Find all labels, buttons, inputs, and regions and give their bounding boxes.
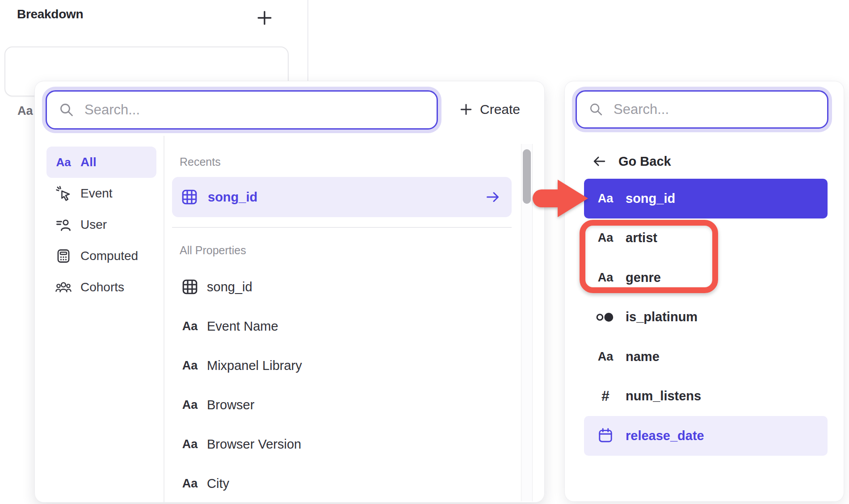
detail-property-label: is_platinum [626, 310, 698, 324]
detail-property-label: num_listens [626, 389, 701, 403]
property-label: Event Name [207, 319, 278, 334]
text-type-icon: Aa [181, 475, 199, 492]
recent-property-song-id[interactable]: song_id [172, 177, 512, 217]
sidebar-item-cohorts[interactable]: Cohorts [46, 272, 156, 303]
text-type-icon: Aa [595, 189, 616, 207]
search-icon [588, 102, 604, 117]
create-property-button[interactable]: Create [459, 94, 520, 125]
go-back-label: Go Back [618, 154, 671, 169]
property-row-mixpanel-library[interactable]: Aa Mixpanel Library [172, 346, 512, 385]
plus-icon [256, 9, 273, 27]
text-type-icon: Aa [181, 435, 199, 453]
go-back-button[interactable]: Go Back [592, 147, 671, 175]
text-type-icon: Aa [181, 357, 199, 374]
property-label: Browser Version [207, 437, 301, 452]
table-grid-icon [181, 189, 198, 206]
search-icon [59, 102, 75, 118]
boolean-type-icon [595, 308, 616, 326]
string-type-icon: Aa [17, 104, 33, 118]
people-group-icon [55, 279, 71, 295]
column-divider [307, 0, 308, 81]
detail-search[interactable] [576, 90, 828, 129]
scrollbar-thumb[interactable] [523, 149, 531, 204]
property-label: City [207, 476, 229, 491]
sidebar-item-user[interactable]: User [46, 209, 156, 240]
sidebar-item-label: Cohorts [80, 280, 124, 294]
table-grid-icon [181, 278, 199, 296]
all-properties-section-label: All Properties [180, 244, 246, 257]
detail-row-is-platinum[interactable]: is_platinum [584, 298, 828, 337]
recents-section-label: Recents [180, 155, 221, 168]
sidebar-item-all[interactable]: Aa All [46, 147, 156, 178]
text-type-icon: Aa [181, 317, 199, 335]
detail-row-release-date[interactable]: release_date [584, 416, 828, 456]
property-row-event-name[interactable]: Aa Event Name [172, 307, 512, 346]
property-row-song-id[interactable]: song_id [172, 267, 512, 307]
category-sidebar: Aa All Event [46, 147, 156, 303]
arrow-right-icon[interactable] [485, 189, 501, 205]
detail-property-label: song_id [626, 191, 675, 206]
detail-property-label: release_date [626, 428, 704, 443]
property-row-browser[interactable]: Aa Browser [172, 385, 512, 424]
all-properties-list: song_id Aa Event Name Aa Mixpanel Librar… [172, 267, 512, 503]
create-label: Create [480, 102, 520, 117]
annotation-arrow-icon [533, 178, 589, 219]
recent-property-label: song_id [208, 190, 475, 205]
arrow-left-icon [592, 154, 607, 169]
page-title: Breakdown [17, 7, 83, 21]
text-type-icon: Aa [595, 348, 616, 365]
plus-icon [459, 103, 473, 116]
picker-search[interactable] [46, 90, 438, 130]
detail-row-name[interactable]: Aa name [584, 337, 828, 377]
sidebar-item-event[interactable]: Event [46, 178, 156, 209]
text-type-icon: Aa [55, 154, 71, 170]
search-input[interactable] [84, 102, 437, 118]
sidebar-item-computed[interactable]: Computed [46, 240, 156, 272]
property-label: Browser [207, 398, 254, 412]
add-breakdown-button[interactable] [256, 9, 273, 27]
detail-property-label: name [626, 349, 660, 364]
sidebar-item-label: Computed [80, 249, 138, 263]
sidebar-item-label: Event [80, 186, 113, 201]
property-label: song_id [207, 280, 252, 294]
property-row-city[interactable]: Aa City [172, 464, 512, 503]
annotation-highlight-box [580, 220, 718, 293]
sidebar-divider [164, 136, 164, 502]
screen: Breakdown Aa song_id [0, 0, 849, 504]
property-row-browser-version[interactable]: Aa Browser Version [172, 424, 512, 464]
calendar-icon [595, 427, 616, 445]
property-picker-panel: Create Aa All Event [35, 81, 544, 502]
event-click-icon [55, 185, 71, 202]
sidebar-item-label: User [80, 218, 107, 232]
calculator-icon [55, 248, 71, 264]
sidebar-item-label: All [80, 155, 97, 169]
number-type-icon: # [595, 387, 616, 405]
detail-row-num-listens[interactable]: # num_listens [584, 377, 828, 416]
detail-row-song-id[interactable]: Aa song_id [584, 179, 828, 218]
search-input[interactable] [614, 101, 827, 118]
section-divider [172, 227, 512, 228]
property-label: Mixpanel Library [207, 358, 302, 373]
text-type-icon: Aa [181, 396, 199, 414]
user-list-icon [55, 217, 71, 233]
